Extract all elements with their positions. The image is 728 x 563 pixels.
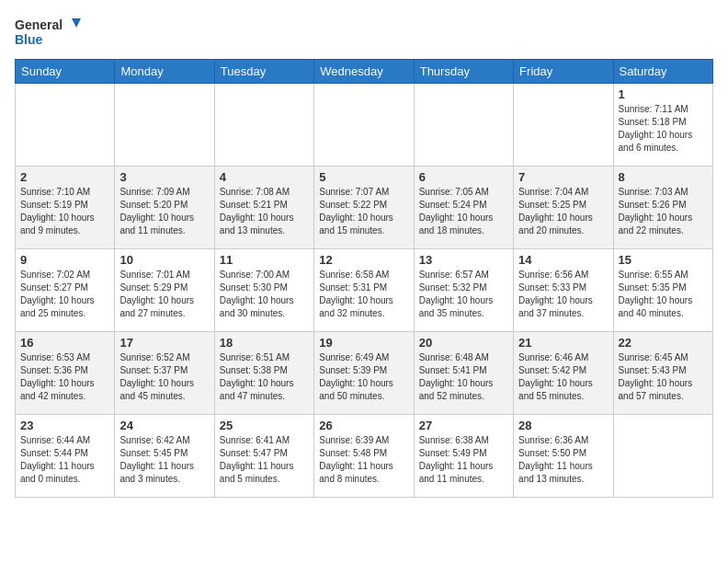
day-number: 8 [619, 170, 708, 184]
day-info: Sunrise: 6:56 AM Sunset: 5:33 PM Dayligh… [518, 269, 608, 320]
day-info: Sunrise: 6:45 AM Sunset: 5:43 PM Dayligh… [619, 351, 708, 403]
calendar-cell: 21Sunrise: 6:46 AM Sunset: 5:42 PM Dayli… [514, 332, 613, 415]
day-info: Sunrise: 6:39 AM Sunset: 5:48 PM Dayligh… [319, 434, 408, 486]
day-number: 16 [20, 336, 109, 350]
day-number: 25 [220, 419, 309, 432]
calendar-cell: 28Sunrise: 6:36 AM Sunset: 5:50 PM Dayli… [514, 415, 613, 498]
calendar-cell [16, 84, 115, 167]
day-header-friday: Friday [514, 60, 613, 84]
day-info: Sunrise: 6:38 AM Sunset: 5:49 PM Dayligh… [419, 434, 508, 486]
calendar-cell [115, 84, 214, 167]
day-number: 5 [319, 170, 408, 184]
day-info: Sunrise: 6:57 AM Sunset: 5:32 PM Dayligh… [419, 269, 508, 320]
svg-text:General: General [15, 17, 63, 32]
calendar-cell: 20Sunrise: 6:48 AM Sunset: 5:41 PM Dayli… [414, 332, 513, 415]
day-number: 6 [419, 170, 508, 184]
day-number: 7 [518, 170, 608, 184]
calendar-table: SundayMondayTuesdayWednesdayThursdayFrid… [15, 59, 713, 498]
day-info: Sunrise: 7:01 AM Sunset: 5:29 PM Dayligh… [119, 269, 209, 320]
day-info: Sunrise: 6:58 AM Sunset: 5:31 PM Dayligh… [319, 269, 408, 320]
day-info: Sunrise: 7:00 AM Sunset: 5:30 PM Dayligh… [220, 269, 309, 320]
svg-marker-2 [72, 18, 81, 28]
calendar-cell: 23Sunrise: 6:44 AM Sunset: 5:44 PM Dayli… [16, 415, 115, 498]
calendar-cell [613, 415, 712, 498]
day-info: Sunrise: 6:49 AM Sunset: 5:39 PM Dayligh… [319, 351, 408, 403]
day-header-sunday: Sunday [16, 60, 115, 84]
calendar-cell: 24Sunrise: 6:42 AM Sunset: 5:45 PM Dayli… [115, 415, 214, 498]
day-info: Sunrise: 7:05 AM Sunset: 5:24 PM Dayligh… [419, 186, 508, 237]
day-info: Sunrise: 6:46 AM Sunset: 5:42 PM Dayligh… [518, 351, 608, 403]
day-info: Sunrise: 6:36 AM Sunset: 5:50 PM Dayligh… [518, 434, 608, 486]
calendar-cell: 4Sunrise: 7:08 AM Sunset: 5:21 PM Daylig… [214, 167, 313, 249]
day-header-wednesday: Wednesday [314, 60, 414, 84]
day-info: Sunrise: 6:41 AM Sunset: 5:47 PM Dayligh… [220, 434, 309, 486]
day-number: 13 [419, 253, 508, 267]
day-number: 19 [319, 336, 408, 350]
week-row-2: 2Sunrise: 7:10 AM Sunset: 5:19 PM Daylig… [16, 167, 713, 249]
calendar-cell: 26Sunrise: 6:39 AM Sunset: 5:48 PM Dayli… [314, 415, 414, 498]
day-header-thursday: Thursday [414, 60, 513, 84]
calendar-cell [514, 84, 613, 167]
day-number: 17 [119, 336, 209, 350]
day-info: Sunrise: 7:08 AM Sunset: 5:21 PM Dayligh… [220, 186, 309, 237]
day-number: 3 [119, 170, 209, 184]
header-row: SundayMondayTuesdayWednesdayThursdayFrid… [16, 60, 713, 84]
calendar-cell: 8Sunrise: 7:03 AM Sunset: 5:26 PM Daylig… [613, 167, 712, 249]
page-header: General Blue [15, 15, 713, 52]
day-info: Sunrise: 6:52 AM Sunset: 5:37 PM Dayligh… [119, 351, 209, 403]
day-number: 27 [419, 419, 508, 432]
day-info: Sunrise: 6:42 AM Sunset: 5:45 PM Dayligh… [119, 434, 209, 486]
week-row-5: 23Sunrise: 6:44 AM Sunset: 5:44 PM Dayli… [16, 415, 713, 498]
calendar-cell: 15Sunrise: 6:55 AM Sunset: 5:35 PM Dayli… [613, 249, 712, 332]
day-info: Sunrise: 7:04 AM Sunset: 5:25 PM Dayligh… [518, 186, 608, 237]
day-number: 20 [419, 336, 508, 350]
day-info: Sunrise: 6:48 AM Sunset: 5:41 PM Dayligh… [419, 351, 508, 403]
calendar-cell: 10Sunrise: 7:01 AM Sunset: 5:29 PM Dayli… [115, 249, 214, 332]
calendar-cell: 3Sunrise: 7:09 AM Sunset: 5:20 PM Daylig… [115, 167, 214, 249]
day-number: 18 [220, 336, 309, 350]
day-info: Sunrise: 7:03 AM Sunset: 5:26 PM Dayligh… [619, 186, 708, 237]
day-info: Sunrise: 6:44 AM Sunset: 5:44 PM Dayligh… [20, 434, 109, 486]
calendar-cell: 25Sunrise: 6:41 AM Sunset: 5:47 PM Dayli… [214, 415, 313, 498]
calendar-cell: 13Sunrise: 6:57 AM Sunset: 5:32 PM Dayli… [414, 249, 513, 332]
day-number: 24 [119, 419, 209, 432]
logo: General Blue [15, 15, 88, 52]
day-number: 11 [220, 253, 309, 267]
day-info: Sunrise: 6:51 AM Sunset: 5:38 PM Dayligh… [220, 351, 309, 403]
day-number: 28 [518, 419, 608, 432]
calendar-cell [414, 84, 513, 167]
day-number: 14 [518, 253, 608, 267]
calendar-cell: 18Sunrise: 6:51 AM Sunset: 5:38 PM Dayli… [214, 332, 313, 415]
calendar-cell [314, 84, 414, 167]
day-info: Sunrise: 7:09 AM Sunset: 5:20 PM Dayligh… [119, 186, 209, 237]
calendar-cell: 14Sunrise: 6:56 AM Sunset: 5:33 PM Dayli… [514, 249, 613, 332]
calendar-cell: 19Sunrise: 6:49 AM Sunset: 5:39 PM Dayli… [314, 332, 414, 415]
calendar-cell: 5Sunrise: 7:07 AM Sunset: 5:22 PM Daylig… [314, 167, 414, 249]
calendar-cell: 6Sunrise: 7:05 AM Sunset: 5:24 PM Daylig… [414, 167, 513, 249]
day-info: Sunrise: 7:11 AM Sunset: 5:18 PM Dayligh… [619, 103, 708, 155]
day-number: 1 [619, 87, 708, 101]
calendar-cell: 9Sunrise: 7:02 AM Sunset: 5:27 PM Daylig… [16, 249, 115, 332]
week-row-4: 16Sunrise: 6:53 AM Sunset: 5:36 PM Dayli… [16, 332, 713, 415]
calendar-cell: 1Sunrise: 7:11 AM Sunset: 5:18 PM Daylig… [613, 84, 712, 167]
week-row-3: 9Sunrise: 7:02 AM Sunset: 5:27 PM Daylig… [16, 249, 713, 332]
calendar-cell: 27Sunrise: 6:38 AM Sunset: 5:49 PM Dayli… [414, 415, 513, 498]
calendar-cell [214, 84, 313, 167]
day-number: 26 [319, 419, 408, 432]
calendar-cell: 2Sunrise: 7:10 AM Sunset: 5:19 PM Daylig… [16, 167, 115, 249]
day-number: 9 [20, 253, 109, 267]
day-info: Sunrise: 6:55 AM Sunset: 5:35 PM Dayligh… [619, 269, 708, 320]
day-number: 21 [518, 336, 608, 350]
calendar-cell: 17Sunrise: 6:52 AM Sunset: 5:37 PM Dayli… [115, 332, 214, 415]
day-number: 2 [20, 170, 109, 184]
day-header-monday: Monday [115, 60, 214, 84]
calendar-cell: 12Sunrise: 6:58 AM Sunset: 5:31 PM Dayli… [314, 249, 414, 332]
day-number: 4 [220, 170, 309, 184]
day-header-saturday: Saturday [613, 60, 712, 84]
day-number: 10 [119, 253, 209, 267]
calendar-cell: 22Sunrise: 6:45 AM Sunset: 5:43 PM Dayli… [613, 332, 712, 415]
day-info: Sunrise: 6:53 AM Sunset: 5:36 PM Dayligh… [20, 351, 109, 403]
day-info: Sunrise: 7:07 AM Sunset: 5:22 PM Dayligh… [319, 186, 408, 237]
day-header-tuesday: Tuesday [214, 60, 313, 84]
day-number: 15 [619, 253, 708, 267]
